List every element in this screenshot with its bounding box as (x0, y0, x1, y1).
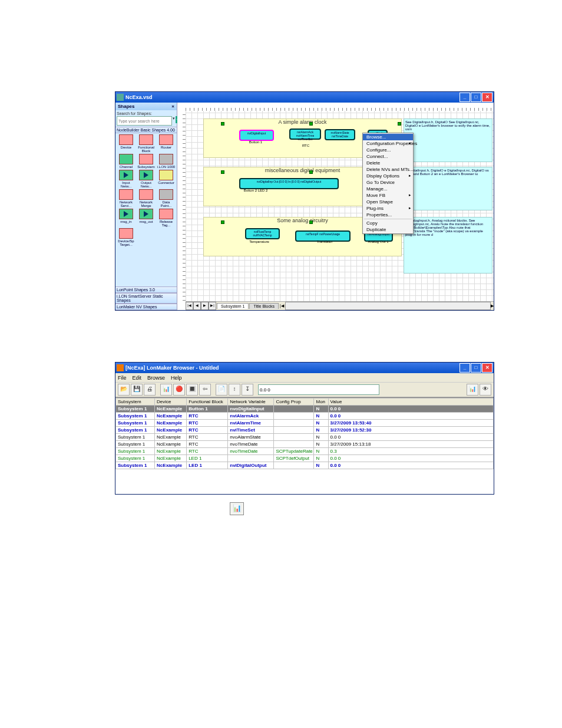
toolbar-button[interactable]: 👁 (480, 384, 491, 396)
table-row[interactable]: Subsystem 1NcExampleRTCnviAlarmAckN0.0 0 (116, 413, 494, 420)
menu-item[interactable]: Display Options (363, 173, 413, 179)
menu-item[interactable]: Manage... (363, 186, 413, 192)
stencil-item[interactable]: Output Netw... (137, 170, 156, 188)
toolbar-button[interactable]: 💾 (131, 384, 143, 396)
context-menu: Browse...Configuration PropertiesConfigu… (362, 133, 414, 234)
stencil-item[interactable]: Channel (117, 154, 135, 169)
menu-item[interactable]: Properties... (363, 212, 413, 218)
tab-nav-button[interactable]: ▶ (201, 302, 209, 310)
menu-file[interactable]: File (118, 375, 127, 381)
functional-block[interactable]: nviFloatTemp nviHVACTemp (245, 228, 280, 239)
toolbar-button[interactable]: 📊 (160, 384, 172, 396)
table-row[interactable]: Subsystem 1NcExampleRTCnviAlarmTimeN3/27… (116, 420, 494, 427)
maximize-button[interactable]: □ (471, 93, 481, 102)
minimize-button[interactable]: _ (459, 93, 470, 102)
functional-block[interactable]: nviDigitalInput (239, 130, 274, 141)
stencil-bar[interactable]: i.LON SmartServer Static Shapes (115, 293, 177, 304)
maximize-button[interactable]: □ (471, 363, 481, 373)
ruler-vertical (177, 111, 186, 302)
menu-edit[interactable]: Edit (133, 375, 142, 381)
menu-item[interactable]: Plug-ins (363, 205, 413, 212)
app-icon (117, 94, 124, 101)
stencil-header[interactable]: NodeBuilder Basic Shapes 4.00 (115, 127, 177, 133)
hscroll[interactable] (285, 302, 491, 310)
column-header[interactable]: Mon (314, 398, 328, 406)
data-grid[interactable]: SubsystemDeviceFunctional BlockNetwork V… (115, 397, 494, 494)
table-row[interactable]: Subsystem 1NcExampleRTCnvoAlarmStateN0.0… (116, 434, 494, 441)
table-row[interactable]: Subsystem 1NcExampleRTCnvoTimeDateN3/27/… (116, 441, 494, 448)
table-row[interactable]: Subsystem 1NcExampleLED 1SCPTdefOutputN0… (116, 455, 494, 462)
stencil-item[interactable]: Subsystem (137, 154, 156, 169)
tab-nav-button[interactable]: ◀ (193, 302, 201, 310)
side-note: e AnalogInput.h, Analog nctional blocks.… (404, 217, 492, 274)
toolbar-button[interactable]: 🖨 (144, 384, 156, 396)
column-header[interactable]: Network Variable (228, 398, 274, 406)
table-row[interactable]: Subsystem 1NcExampleButton 1nvoDigitalIn… (116, 406, 494, 413)
toolbar-button[interactable]: 📊 (467, 384, 478, 396)
titlebar[interactable]: [NcExa] LonMaker Browser - Untitled _ □ … (115, 363, 494, 373)
stencil-item[interactable]: msg_in (117, 209, 135, 227)
menu-item[interactable]: Move FB (363, 192, 413, 199)
toolbar-button[interactable]: ↧ (242, 384, 253, 396)
canvas[interactable]: A simple alarm clocknviDigitalInputButto… (186, 111, 494, 302)
minimize-button[interactable]: _ (459, 363, 470, 373)
stencil-item[interactable]: Router (157, 134, 176, 153)
close-button[interactable]: ✕ (482, 93, 492, 102)
stencil-item[interactable]: Network Servi... (117, 189, 135, 207)
stencil-item[interactable]: Device/Sp Target... (117, 228, 135, 246)
dropdown-icon[interactable]: ▾ (173, 116, 175, 126)
toolbar-button[interactable]: ⇦ (199, 384, 211, 396)
shapes-pane: Shapes × Search for Shapes: ▾ → NodeBuil… (115, 103, 177, 310)
menu-item[interactable]: Delete (363, 160, 413, 166)
column-header[interactable]: Value (328, 398, 493, 406)
menu-help[interactable]: Help (171, 375, 182, 381)
stencil-bar[interactable]: LonMaker NV Shapes (115, 304, 177, 310)
menu-item[interactable]: Go To Device (363, 179, 413, 186)
diagram-area: A simple alarm clocknviDigitalInputButto… (177, 103, 494, 310)
menu-item[interactable]: Connect... (363, 153, 413, 160)
search-input[interactable] (117, 116, 172, 126)
menu-item[interactable]: Duplicate (363, 226, 413, 233)
toolbar-button[interactable]: 🔴 (173, 384, 185, 396)
menu-browse[interactable]: Browse (147, 375, 165, 381)
stencil-item[interactable]: Functional Block (137, 134, 156, 153)
stencil-bar[interactable]: LonPoint Shapes 3.0 (115, 286, 177, 293)
toolbar-button[interactable]: 🔳 (186, 384, 198, 396)
table-row[interactable]: Subsystem 1NcExampleLED 1nviDigitalOutpu… (116, 462, 494, 469)
menu-item[interactable]: Open Shape (363, 199, 413, 205)
functional-block[interactable]: nviAlarmState nviTimeDate (325, 129, 355, 140)
monitor-icon[interactable]: 📊 (230, 502, 244, 515)
stencil-item[interactable]: Input Netw... (117, 170, 135, 188)
column-header[interactable]: Subsystem (116, 398, 155, 406)
stencil-item[interactable]: Data Point... (157, 189, 176, 207)
stencil-item[interactable]: Connector (157, 170, 176, 188)
menu-item[interactable]: Configure... (363, 147, 413, 153)
tab-subsystem1[interactable]: Subsystem 1 (217, 303, 249, 309)
menu-item[interactable]: Browse... (363, 134, 413, 140)
column-header[interactable]: Functional Block (187, 398, 228, 406)
close-button[interactable]: ✕ (482, 363, 492, 373)
toolbar-button[interactable]: ↕ (229, 384, 240, 396)
stencil-item[interactable]: Release Tag... (157, 209, 176, 227)
functional-block[interactable]: nviAlarmAck nviAlarmTime nviTimeSet (289, 129, 321, 140)
value-input[interactable] (258, 384, 379, 395)
close-pane-icon[interactable]: × (171, 104, 174, 109)
stencil-item[interactable]: i.LON 1000 (157, 154, 176, 169)
functional-block[interactable]: nviDigitalInp Out:[0.0 0] In:[0.0 0] nvi… (239, 178, 339, 189)
tab-nav-button[interactable]: |◀ (186, 302, 193, 310)
column-header[interactable]: Config Prop (274, 398, 314, 406)
stencil-item[interactable]: Network Merge (137, 189, 156, 207)
stencil-item[interactable]: msg_out (137, 209, 156, 227)
toolbar-button[interactable]: 📄 (216, 384, 227, 396)
toolbar-button[interactable]: 📂 (118, 384, 130, 396)
table-row[interactable]: Subsystem 1NcExampleRTCnviTimeSetN3/27/2… (116, 427, 494, 434)
menu-item[interactable]: Delete NVs and MTs... (363, 166, 413, 173)
menu-item[interactable]: Configuration Properties (363, 140, 413, 147)
tab-titleblocks[interactable]: Title Blocks (249, 303, 279, 309)
stencil-item[interactable]: Device (117, 134, 135, 153)
table-row[interactable]: Subsystem 1NcExampleRTCnvoTimeDateSCPTup… (116, 448, 494, 455)
menu-item[interactable]: Copy (363, 220, 413, 226)
column-header[interactable]: Device (155, 398, 187, 406)
titlebar[interactable]: NcExa.vsd _ □ ✕ (115, 92, 494, 103)
tab-nav-button[interactable]: ▶| (209, 302, 216, 310)
